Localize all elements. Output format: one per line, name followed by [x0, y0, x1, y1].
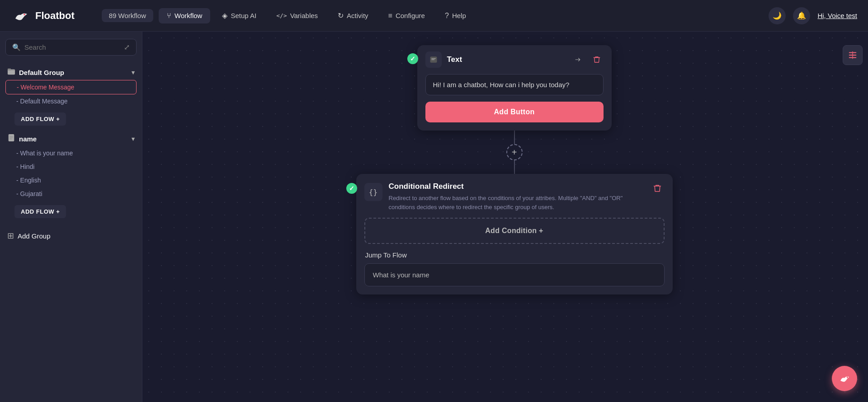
jump-to-flow-label: Jump To Flow — [364, 251, 665, 259]
group-header-default[interactable]: Default Group ▾ — [5, 65, 137, 80]
nav-items: 89 Workflow ⑂ Workflow ◈ Setup AI </> Va… — [102, 8, 769, 23]
jump-to-flow-input[interactable] — [364, 263, 665, 286]
text-node-check: ✓ — [407, 53, 418, 64]
bell-icon: 🔔 — [797, 11, 806, 20]
text-node-delete-button[interactable] — [590, 53, 604, 66]
add-group-icon: ⊞ — [7, 231, 14, 241]
add-condition-button[interactable]: Add Condition + — [364, 218, 665, 244]
flow-item-what-is-your-name[interactable]: - What is your name — [5, 146, 137, 160]
group-default-arrow[interactable]: ▾ — [132, 69, 135, 76]
add-group-button[interactable]: ⊞ Add Group — [5, 227, 137, 244]
text-node-wrapper: ✓ Text — [356, 45, 673, 294]
text-node-icon — [425, 51, 442, 68]
svg-rect-3 — [8, 69, 11, 70]
nav-variables-label: Variables — [290, 12, 318, 19]
nav-item-setup-ai[interactable]: ◈ Setup AI — [214, 8, 264, 23]
nav-item-activity[interactable]: ↻ Activity — [330, 8, 377, 23]
text-node-body: Hi! I am a chatbot, How can i help you t… — [417, 74, 612, 131]
sidebar: 🔍 ⤢ Default Group ▾ - Welcome Message - … — [0, 32, 142, 402]
nav-activity-label: Activity — [347, 12, 368, 19]
canvas-area[interactable]: ✓ Text — [142, 32, 868, 402]
cond-node-header: {} Conditional Redirect Redirect to anot… — [356, 174, 673, 218]
logo-icon — [11, 6, 31, 26]
sidebar-group-name: name ▾ - What is your name - Hindi - Eng… — [5, 131, 137, 218]
add-group-label: Add Group — [18, 232, 51, 240]
search-icon: 🔍 — [12, 43, 21, 51]
folder-icon — [7, 67, 15, 77]
nav-setup-ai-label: Setup AI — [231, 12, 256, 19]
text-node-header: Text — [417, 45, 612, 74]
dark-mode-button[interactable]: 🌙 — [769, 7, 786, 24]
connector-line-top — [514, 131, 515, 144]
flow-item-gujarati[interactable]: - Gujarati — [5, 187, 137, 201]
sidebar-group-default: Default Group ▾ - Welcome Message - Defa… — [5, 65, 137, 126]
cond-node-desc: Redirect to another flow based on the co… — [389, 194, 644, 211]
group-name-arrow[interactable]: ▾ — [132, 136, 135, 142]
canvas-content: ✓ Text — [302, 41, 709, 402]
plus-connector: + — [506, 131, 523, 174]
floating-bird-button[interactable] — [832, 366, 857, 391]
help-icon: ? — [445, 12, 449, 20]
plus-button[interactable]: + — [506, 144, 523, 160]
nav-configure-label: Configure — [396, 12, 425, 19]
notification-button[interactable]: 🔔 — [793, 7, 810, 24]
add-flow-button-name[interactable]: ADD FLOW + — [14, 205, 66, 218]
setup-ai-icon: ◈ — [222, 11, 227, 20]
moon-icon: 🌙 — [773, 11, 782, 20]
logo-area[interactable]: Floatbot — [11, 6, 75, 26]
nav-item-configure[interactable]: ≡ Configure — [380, 8, 433, 23]
cond-title-area: Conditional Redirect Redirect to another… — [389, 182, 644, 211]
add-button-btn[interactable]: Add Button — [425, 102, 604, 122]
user-greeting[interactable]: Hi, Voice test — [817, 12, 857, 19]
configure-icon: ≡ — [388, 12, 392, 20]
nav-item-variables[interactable]: </> Variables — [268, 8, 326, 23]
cond-node-check: ✓ — [346, 183, 357, 194]
top-nav: Floatbot 89 Workflow ⑂ Workflow ◈ Setup … — [0, 0, 868, 32]
add-flow-button[interactable]: ADD FLOW + — [14, 112, 66, 126]
split-view-button[interactable] — [843, 45, 863, 65]
workflow-icon: ⑂ — [167, 12, 171, 20]
user-name[interactable]: Voice test — [828, 12, 857, 19]
svg-point-1 — [24, 14, 25, 15]
flow-item-default-message[interactable]: - Default Message — [5, 94, 137, 108]
svg-point-7 — [847, 377, 848, 378]
search-bar: 🔍 ⤢ — [5, 39, 137, 56]
text-node-append-button[interactable] — [571, 53, 585, 66]
cond-node: {} Conditional Redirect Redirect to anot… — [356, 174, 673, 294]
connector-line-bottom — [514, 160, 515, 174]
nav-item-help[interactable]: ? Help — [437, 8, 474, 23]
main-layout: 🔍 ⤢ Default Group ▾ - Welcome Message - … — [0, 32, 868, 402]
file-icon — [7, 134, 15, 144]
group-default-label: Default Group — [19, 69, 64, 76]
flow-item-hindi[interactable]: - Hindi — [5, 160, 137, 173]
workflow-badge: 89 Workflow — [102, 9, 153, 22]
expand-icon[interactable]: ⤢ — [124, 43, 130, 51]
nav-workflow-label: Workflow — [175, 12, 202, 19]
flow-item-english[interactable]: - English — [5, 173, 137, 187]
nav-help-label: Help — [452, 12, 466, 19]
cond-node-delete-button[interactable] — [650, 182, 665, 196]
group-name-label: name — [19, 135, 37, 143]
nav-right: 🌙 🔔 Hi, Voice test — [769, 7, 857, 24]
cond-node-title: Conditional Redirect — [389, 182, 644, 191]
cond-node-body: Add Condition + Jump To Flow — [356, 218, 673, 294]
greeting-text: Hi, — [817, 12, 828, 19]
group-header-name[interactable]: name ▾ — [5, 131, 137, 146]
variables-icon: </> — [276, 12, 287, 19]
cond-node-row: ✓ {} Conditional Redirect Redirect to an… — [356, 174, 673, 294]
logo-text: Floatbot — [35, 10, 75, 22]
text-node-title: Text — [447, 55, 566, 64]
nav-item-workflow[interactable]: ⑂ Workflow — [159, 8, 210, 23]
flow-item-welcome-message[interactable]: - Welcome Message — [5, 80, 137, 94]
search-input[interactable] — [24, 43, 120, 51]
text-node: Text Hi! I am a chatbot, How can i help … — [417, 45, 612, 131]
message-bubble: Hi! I am a chatbot, How can i help you t… — [425, 74, 604, 95]
cond-node-icon: {} — [364, 183, 382, 201]
activity-icon: ↻ — [338, 11, 344, 20]
